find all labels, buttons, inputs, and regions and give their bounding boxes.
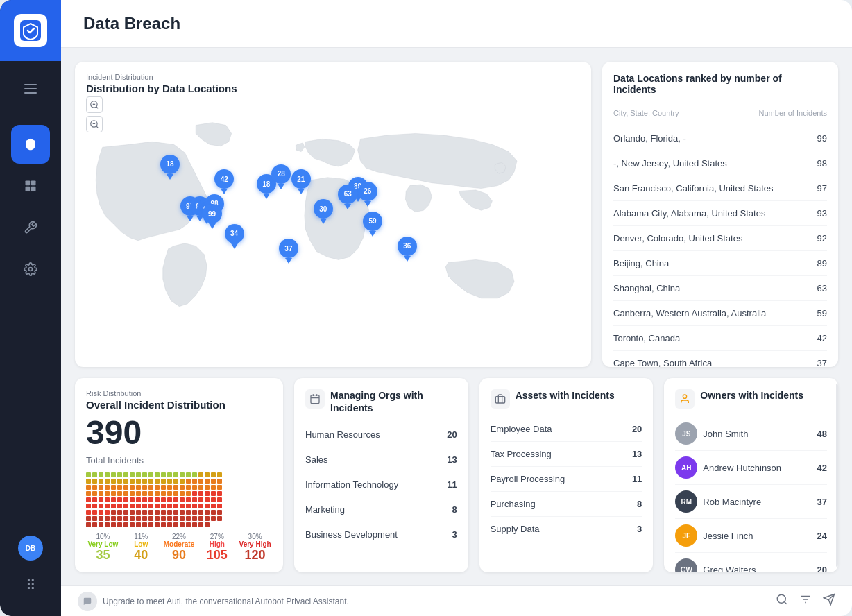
risk-dot <box>86 472 91 477</box>
risk-dot <box>186 504 191 508</box>
sidebar-item-shield[interactable] <box>11 125 50 164</box>
zoom-out-button[interactable] <box>86 116 103 132</box>
risk-dot <box>180 522 185 527</box>
orgs-row: Business Development3 <box>305 522 457 547</box>
map-pin[interactable]: 36 <box>398 237 417 262</box>
assets-row: Tax Processing13 <box>491 442 642 467</box>
main-content: Data Breach Incident Distribution Distri… <box>61 0 852 616</box>
risk-dot <box>130 522 135 527</box>
risk-dot <box>167 479 172 484</box>
risk-dot <box>123 522 128 527</box>
svg-rect-1 <box>24 84 37 85</box>
risk-dot <box>173 491 178 496</box>
risk-dot <box>211 485 216 490</box>
risk-dot <box>198 522 203 527</box>
sidebar-item-tools[interactable] <box>11 208 50 247</box>
risk-dot <box>173 516 178 521</box>
risk-dot <box>198 491 203 496</box>
org-value: 8 <box>452 504 457 515</box>
map-pin[interactable]: 37 <box>279 239 298 264</box>
risk-dot <box>211 497 216 502</box>
risk-dot <box>205 522 210 527</box>
risk-dot <box>136 497 141 502</box>
risk-dot <box>198 510 203 515</box>
risk-dot <box>167 510 172 515</box>
map-pin[interactable]: 42 <box>214 169 234 194</box>
risk-dot <box>142 485 147 490</box>
map-pin[interactable]: 30 <box>314 199 333 224</box>
risk-dot <box>136 485 141 490</box>
svg-rect-7 <box>31 187 36 191</box>
footer-send-icon[interactable] <box>823 593 835 609</box>
content-area: Incident Distribution Distribution by Da… <box>61 48 852 585</box>
map-pins: 184297929398991828213437308926635936 <box>86 100 580 348</box>
owner-name: Jessie Finch <box>703 531 811 541</box>
locations-title: Data Locations ranked by number of Incid… <box>613 73 827 95</box>
risk-dot <box>111 491 116 496</box>
risk-dot <box>217 491 222 496</box>
risk-dot <box>92 510 97 515</box>
footer-filter-icon[interactable] <box>799 593 812 609</box>
sidebar-item-settings[interactable] <box>11 250 50 289</box>
risk-dot <box>155 491 160 496</box>
risk-dots-area <box>86 472 272 527</box>
risk-dot <box>123 485 128 490</box>
risk-dot <box>173 510 178 515</box>
location-count: 42 <box>817 333 827 343</box>
risk-dot <box>186 491 191 496</box>
risk-dot <box>167 504 172 508</box>
risk-dot <box>130 497 135 502</box>
map-pin[interactable]: 18 <box>160 155 180 180</box>
risk-dot <box>161 497 166 502</box>
zoom-in-button[interactable] <box>86 96 103 113</box>
risk-dot <box>167 472 172 477</box>
risk-total-label: Total Incidents <box>86 455 272 465</box>
location-count: 59 <box>817 308 827 318</box>
orgs-row: Marketing8 <box>305 497 457 522</box>
asset-name: Supply Data <box>491 524 540 534</box>
risk-dot <box>148 491 153 496</box>
sidebar-item-dashboard[interactable] <box>11 166 50 205</box>
user-avatar[interactable]: DB <box>18 536 43 561</box>
owners-list: JS John Smith 48 AH Andrew Hutchinson 42… <box>675 417 827 572</box>
orgs-row: Information Technology11 <box>305 472 457 497</box>
risk-dot <box>217 516 222 521</box>
risk-dot <box>173 522 178 527</box>
risk-dot <box>211 472 216 477</box>
risk-dot <box>117 491 122 496</box>
risk-dot <box>117 510 122 515</box>
map-pin[interactable]: 21 <box>291 169 311 194</box>
map-pin[interactable]: 28 <box>271 164 291 189</box>
owner-row: JS John Smith 48 <box>675 417 827 451</box>
svg-rect-4 <box>26 181 31 186</box>
asset-name: Tax Processing <box>491 449 552 459</box>
risk-dot <box>192 504 197 508</box>
risk-dot <box>111 485 116 490</box>
map-pin[interactable]: 26 <box>358 182 377 207</box>
risk-dot <box>86 522 91 527</box>
risk-dot <box>92 504 97 508</box>
footer-search-icon[interactable] <box>776 593 788 609</box>
risk-dot <box>117 479 122 484</box>
location-row: Canberra, Western Australia, Australia59 <box>613 301 827 326</box>
map-container: 184297929398991828213437308926635936 <box>86 100 580 348</box>
asset-value: 11 <box>632 474 642 484</box>
org-value: 13 <box>447 454 457 465</box>
map-pin[interactable]: 34 <box>225 224 244 249</box>
risk-dot <box>205 479 210 484</box>
owner-avatar: JF <box>675 524 697 547</box>
location-count: 63 <box>817 283 827 293</box>
menu-toggle[interactable] <box>11 69 50 108</box>
location-city: -, New Jersey, United States <box>613 158 727 169</box>
location-count: 93 <box>817 208 827 219</box>
map-pin[interactable]: 59 <box>363 212 382 237</box>
risk-dot <box>205 491 210 496</box>
risk-dot <box>211 491 216 496</box>
map-pin[interactable]: 99 <box>203 204 222 229</box>
owners-icon <box>675 389 695 409</box>
map-pin[interactable]: 63 <box>338 185 357 209</box>
sidebar-item-apps[interactable]: ⠿ <box>11 566 50 605</box>
risk-dot <box>186 510 191 515</box>
footer-chat: Upgrade to meet Auti, the conversational… <box>78 592 349 611</box>
svg-point-21 <box>683 395 687 398</box>
